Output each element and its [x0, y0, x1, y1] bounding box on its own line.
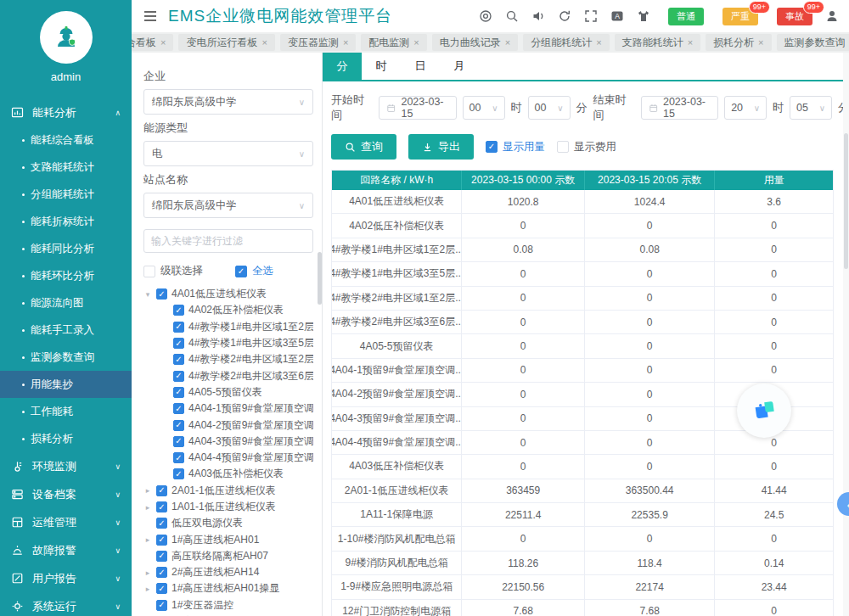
tree-scrollbar[interactable]: [318, 252, 322, 305]
tree-item[interactable]: 4#教学楼2#电井区域1至2层动力仪表: [143, 351, 313, 367]
tab-close-icon[interactable]: ×: [413, 37, 419, 48]
tree-item[interactable]: 4A05-5预留仪表: [143, 384, 313, 400]
show-usage-checkbox[interactable]: [486, 141, 498, 153]
tree-item[interactable]: 4#教学楼1#电井区域3至5层动力仪表: [143, 335, 313, 351]
tree-item-checkbox[interactable]: [156, 518, 167, 529]
sidebar-subitem[interactable]: 能耗同比分析: [0, 235, 132, 262]
tree-filter-input[interactable]: [143, 229, 313, 253]
tab[interactable]: 变电所运行看板 ×: [178, 34, 274, 51]
tree-item-checkbox[interactable]: [156, 535, 167, 546]
page-scrollbar[interactable]: [843, 53, 849, 616]
tree-item-checkbox[interactable]: [173, 322, 184, 333]
sidebar-group[interactable]: 环境监测 ∨: [0, 452, 132, 480]
tree-item[interactable]: ▸ 2A01-1低压进线柜仪表: [143, 483, 313, 499]
end-date-input[interactable]: 2023-03-15: [641, 96, 719, 120]
period-tab[interactable]: 月: [440, 53, 479, 80]
tree-caret-icon[interactable]: ▸: [143, 486, 152, 495]
end-hour-select[interactable]: 20∨: [724, 96, 767, 120]
tab[interactable]: 变压器监测 ×: [280, 34, 356, 51]
query-button[interactable]: 查询: [331, 134, 396, 160]
tree-item[interactable]: 4A02低压补偿柜仪表: [143, 302, 313, 318]
company-select[interactable]: 绵阳东辰高级中学 ∨: [143, 89, 313, 115]
sidebar-subitem[interactable]: 能耗手工录入: [0, 316, 132, 344]
tree-item[interactable]: 4A04-3预留9#食堂屋顶空调机组仪表: [143, 434, 313, 450]
tree-item-checkbox[interactable]: [173, 468, 184, 479]
energy-type-select[interactable]: 电 ∨: [143, 141, 313, 166]
tree-item-checkbox[interactable]: [173, 436, 184, 447]
tree-item-checkbox[interactable]: [173, 305, 184, 316]
sidebar-subitem[interactable]: 监测参数查询: [0, 344, 132, 371]
refresh-icon[interactable]: [558, 9, 571, 23]
tab[interactable]: 电力曲线记录 ×: [432, 34, 518, 51]
tab-close-icon[interactable]: ×: [758, 37, 763, 48]
show-cost-checkbox[interactable]: [557, 141, 569, 153]
tab-close-icon[interactable]: ×: [160, 37, 166, 48]
tree-item[interactable]: 4A04-2预留9#食堂屋顶空调机组仪表: [143, 417, 313, 433]
tree-item[interactable]: 高压联络隔离柜AH07: [143, 548, 313, 564]
tab-close-icon[interactable]: ×: [596, 37, 601, 48]
theme-icon[interactable]: [637, 9, 650, 23]
end-minute-select[interactable]: 05∨: [790, 96, 832, 120]
sidebar-group[interactable]: 设备档案 ∨: [0, 480, 132, 508]
tree-item[interactable]: 4#教学楼1#电井区域1至2层动力仪表: [143, 319, 313, 335]
status-badge[interactable]: 普通: [668, 8, 704, 25]
tree-item-checkbox[interactable]: [156, 485, 167, 496]
tree-item[interactable]: ▸ 1#高压进线柜AH01操显: [143, 580, 313, 596]
tree-caret-icon[interactable]: ▾: [143, 290, 152, 299]
export-button[interactable]: 导出: [408, 134, 474, 160]
sidebar-subitem[interactable]: 用能集抄: [0, 371, 132, 398]
sidebar-group[interactable]: 运维管理 ∨: [0, 508, 132, 536]
hamburger-menu-icon[interactable]: [143, 10, 157, 22]
user-icon[interactable]: [825, 9, 839, 23]
tree-item-checkbox[interactable]: [156, 583, 167, 594]
tree-caret-icon[interactable]: ▸: [143, 568, 152, 577]
sidebar-subitem[interactable]: 工作能耗: [0, 398, 132, 425]
tree-item[interactable]: 1#变压器温控: [143, 597, 313, 613]
sidebar-subitem[interactable]: 分组能耗统计: [0, 181, 132, 208]
tab-close-icon[interactable]: ×: [505, 37, 510, 48]
tree-item[interactable]: 4A04-4预留9#食堂屋顶空调机组仪表: [143, 450, 313, 466]
tree-item-checkbox[interactable]: [173, 403, 184, 414]
tab[interactable]: 损耗分析 ×: [706, 34, 771, 51]
volume-icon[interactable]: [531, 9, 545, 23]
sidebar-group[interactable]: 能耗分析 ∧: [0, 98, 132, 126]
sidebar-subitem[interactable]: 能耗环比分析: [0, 262, 132, 289]
headset-icon[interactable]: [479, 9, 492, 23]
tree-item[interactable]: ▸ 1#高压进线柜AH01: [143, 531, 313, 547]
sidebar-subitem[interactable]: 支路能耗统计: [0, 154, 132, 181]
sidebar-subitem[interactable]: 能耗综合看板: [0, 126, 132, 154]
tree-item-checkbox[interactable]: [173, 420, 184, 431]
tree-item-checkbox[interactable]: [156, 551, 167, 562]
tree-item-checkbox[interactable]: [156, 501, 167, 512]
period-tab[interactable]: 时: [362, 53, 401, 80]
tab[interactable]: 配电监测 ×: [361, 34, 426, 51]
cascade-checkbox[interactable]: [143, 266, 155, 277]
tree-item[interactable]: ▸ 1A01-1低压进线柜仪表: [143, 499, 313, 515]
sidebar-group[interactable]: 用户报告 ∨: [0, 564, 132, 592]
avatar[interactable]: [40, 11, 93, 64]
sidebar-group[interactable]: 系统运行 ∨: [0, 592, 132, 616]
tree-item[interactable]: ▾ 4A01低压进线柜仪表: [143, 286, 313, 302]
tree-caret-icon[interactable]: ▸: [143, 503, 152, 512]
tree-item-checkbox[interactable]: [173, 354, 184, 365]
tree-item[interactable]: ▸ 2#高压进线柜AH14: [143, 564, 313, 580]
period-tab[interactable]: 日: [401, 53, 440, 80]
select-all-checkbox[interactable]: [235, 266, 247, 277]
status-badge[interactable]: 事故 99+: [777, 8, 812, 25]
page-scrollbar-thumb[interactable]: [844, 133, 848, 269]
show-usage-toggle[interactable]: 显示用量: [486, 140, 545, 154]
tree-item-checkbox[interactable]: [173, 338, 184, 349]
tab-close-icon[interactable]: ×: [261, 37, 267, 48]
fullscreen-icon[interactable]: [584, 9, 598, 23]
start-date-input[interactable]: 2023-03-15: [379, 96, 457, 120]
start-minute-select[interactable]: 00∨: [528, 96, 571, 120]
sidebar-group[interactable]: 故障报警 ∨: [0, 536, 132, 564]
translate-icon[interactable]: A: [610, 9, 624, 23]
sidebar-subitem[interactable]: 能源流向图: [0, 289, 132, 316]
tab-close-icon[interactable]: ×: [688, 37, 693, 48]
tree-item-checkbox[interactable]: [156, 567, 167, 578]
start-hour-select[interactable]: 00∨: [463, 96, 505, 120]
site-name-select[interactable]: 绵阳东辰高级中学 ∨: [143, 193, 313, 218]
search-icon[interactable]: [505, 9, 519, 23]
status-badge[interactable]: 严重 99+: [722, 8, 758, 25]
